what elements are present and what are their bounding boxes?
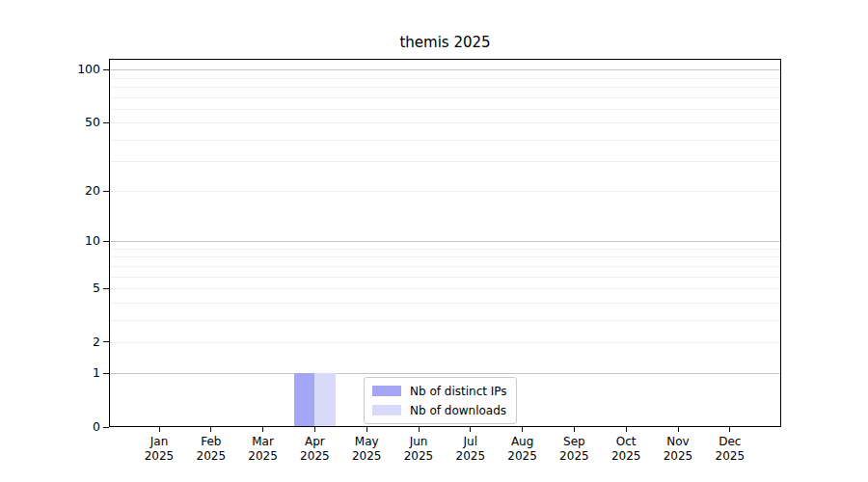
legend-label: Nb of downloads xyxy=(410,404,506,417)
y-axis-tick xyxy=(103,241,109,242)
month-label: May xyxy=(338,435,395,449)
chart-title: themis 2025 xyxy=(109,34,781,51)
y-tick-label: 20 xyxy=(0,184,100,198)
x-axis-tick xyxy=(262,427,263,432)
major-gridline xyxy=(110,241,780,242)
downloads-swatch-icon xyxy=(372,405,401,415)
minor-gridline xyxy=(110,78,780,79)
legend-item-downloads: Nb of downloads xyxy=(372,402,507,418)
month-label: Jan xyxy=(130,435,188,449)
legend-label: Nb of distinct IPs xyxy=(410,385,507,398)
x-axis-tick xyxy=(678,427,679,432)
minor-gridline xyxy=(110,161,780,162)
minor-gridline xyxy=(110,277,780,278)
minor-gridline xyxy=(110,191,780,192)
minor-gridline xyxy=(110,87,780,88)
year-label: 2025 xyxy=(494,449,552,464)
y-axis-tick xyxy=(103,191,109,192)
minor-gridline xyxy=(110,256,780,257)
minor-gridline xyxy=(110,249,780,250)
x-tick-label: Feb2025 xyxy=(182,435,240,464)
year-label: 2025 xyxy=(545,449,603,464)
bar-nb-of-downloads xyxy=(314,373,336,426)
y-axis-tick xyxy=(103,69,109,70)
x-tick-label: Nov2025 xyxy=(649,435,707,464)
y-tick-label: 2 xyxy=(0,335,100,349)
x-tick-label: Jun2025 xyxy=(390,435,448,464)
minor-gridline xyxy=(110,320,780,321)
x-axis-tick xyxy=(159,427,160,432)
minor-gridline xyxy=(110,97,780,98)
month-label: Sep xyxy=(545,435,603,449)
y-tick-label: 1 xyxy=(0,366,100,380)
x-axis-tick xyxy=(470,427,471,432)
y-axis-tick xyxy=(103,288,109,289)
x-axis-tick xyxy=(626,427,627,432)
y-axis-tick xyxy=(103,427,109,428)
x-axis-tick xyxy=(314,427,315,432)
x-tick-label: Apr2025 xyxy=(285,435,343,464)
month-label: Aug xyxy=(494,435,552,449)
x-tick-label: Mar2025 xyxy=(234,435,292,464)
major-gridline xyxy=(110,373,780,374)
month-label: Dec xyxy=(701,435,759,449)
minor-gridline xyxy=(110,288,780,289)
year-label: 2025 xyxy=(390,449,448,464)
major-gridline xyxy=(110,69,780,70)
y-tick-label: 0 xyxy=(0,420,100,434)
month-label: Jul xyxy=(442,435,500,449)
x-axis-tick xyxy=(210,427,211,432)
month-label: Nov xyxy=(649,435,707,449)
x-tick-label: Jan2025 xyxy=(130,435,188,464)
x-tick-label: May2025 xyxy=(338,435,395,464)
y-tick-label: 10 xyxy=(0,234,100,248)
minor-gridline xyxy=(110,140,780,141)
x-tick-label: Oct2025 xyxy=(597,435,655,464)
x-axis-tick xyxy=(522,427,523,432)
bar-nb-of-distinct-ips xyxy=(294,373,315,426)
distinct-ips-swatch-icon xyxy=(372,386,401,396)
year-label: 2025 xyxy=(597,449,655,464)
year-label: 2025 xyxy=(130,449,188,464)
chart-figure: themis 2025 0125102050100Jan2025Feb2025M… xyxy=(0,0,868,482)
legend-item-distinct-ips: Nb of distinct IPs xyxy=(372,383,507,399)
x-axis-tick xyxy=(729,427,730,432)
x-axis-tick xyxy=(574,427,575,432)
year-label: 2025 xyxy=(442,449,500,464)
y-axis-tick xyxy=(103,122,109,123)
minor-gridline xyxy=(110,122,780,123)
y-tick-label: 50 xyxy=(0,116,100,129)
month-label: Feb xyxy=(182,435,240,449)
minor-gridline xyxy=(110,266,780,267)
y-axis-tick xyxy=(103,341,109,342)
year-label: 2025 xyxy=(182,449,240,464)
month-label: Jun xyxy=(390,435,448,449)
month-label: Oct xyxy=(597,435,655,449)
year-label: 2025 xyxy=(234,449,292,464)
x-axis-tick xyxy=(419,427,420,432)
minor-gridline xyxy=(110,109,780,110)
year-label: 2025 xyxy=(701,449,759,464)
y-axis-tick xyxy=(103,373,109,374)
legend: Nb of distinct IPs Nb of downloads xyxy=(364,377,517,424)
x-axis-tick xyxy=(366,427,367,432)
x-tick-label: Dec2025 xyxy=(701,435,759,464)
y-tick-label: 100 xyxy=(0,63,100,76)
y-tick-label: 5 xyxy=(0,281,100,295)
minor-gridline xyxy=(110,342,780,343)
year-label: 2025 xyxy=(285,449,343,464)
month-label: Apr xyxy=(285,435,343,449)
minor-gridline xyxy=(110,303,780,304)
x-tick-label: Jul2025 xyxy=(442,435,500,464)
year-label: 2025 xyxy=(338,449,395,464)
year-label: 2025 xyxy=(649,449,707,464)
x-tick-label: Sep2025 xyxy=(545,435,603,464)
plot-area xyxy=(109,59,781,427)
month-label: Mar xyxy=(234,435,292,449)
x-tick-label: Aug2025 xyxy=(494,435,552,464)
